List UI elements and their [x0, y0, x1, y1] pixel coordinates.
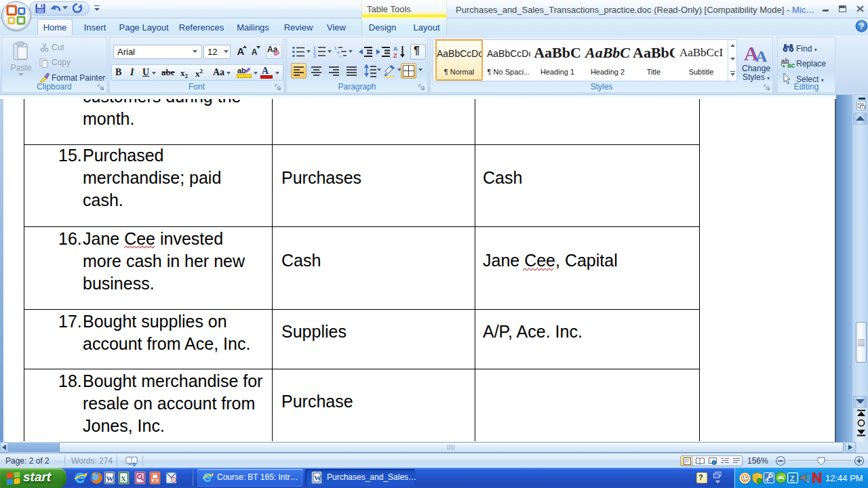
svg-text:W: W	[106, 474, 114, 483]
svg-text:Z: Z	[393, 52, 397, 58]
svg-text:i: i	[340, 54, 340, 58]
svg-text:3: 3	[313, 54, 316, 58]
svg-text:A: A	[755, 47, 768, 63]
svg-text:X: X	[121, 474, 126, 483]
svg-text:?: ?	[859, 22, 864, 31]
svg-text:A: A	[393, 45, 398, 52]
svg-text:Z: Z	[790, 474, 795, 483]
svg-text:W: W	[314, 474, 321, 482]
